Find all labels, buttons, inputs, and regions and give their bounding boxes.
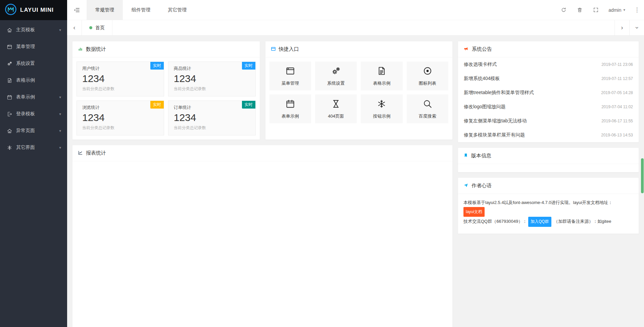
- module-tabs: 常规管理组件管理其它管理: [87, 0, 195, 20]
- tab-scroll-left-button[interactable]: ‹: [67, 20, 82, 35]
- scrollbar-thumb[interactable]: [641, 158, 644, 193]
- scrollbar-track[interactable]: [641, 0, 644, 327]
- stat-value: 1234: [174, 73, 250, 84]
- sidebar-item-label: 其它界面: [16, 145, 59, 151]
- sidebar-item-menu[interactable]: 菜单管理: [0, 38, 67, 55]
- megaphone-icon: [463, 46, 469, 52]
- chevron-down-icon: ▾: [59, 28, 61, 32]
- gears-icon: [7, 61, 16, 67]
- announcement-text: 修复左侧菜单缩放tab无法移动: [464, 118, 527, 124]
- stat-subtitle: 当前分类总记录数: [174, 86, 250, 92]
- target-icon: [423, 66, 433, 77]
- announcement-row: 修改选项卡样式2019-07-11 23:06: [458, 57, 639, 72]
- app-root: LAYUI MINI 主页模板▾菜单管理系统设置表格示例表单示例▾登录模板▾异常…: [0, 0, 644, 327]
- quick-entry-label: 图标列表: [419, 80, 436, 86]
- quick-entry-file[interactable]: 表格示例: [361, 62, 402, 90]
- login-icon: [7, 111, 16, 117]
- chevron-down-icon: ▾: [59, 129, 61, 133]
- announcement-date: 2019-07-04 11:02: [601, 105, 633, 109]
- quick-entry-window[interactable]: 菜单管理: [269, 62, 311, 90]
- announcement-date: 2019-06-13 14:53: [601, 133, 633, 137]
- quick-entry-calendar[interactable]: 表单示例: [269, 94, 311, 123]
- panel-title: 数据统计: [86, 46, 106, 52]
- sidebar-item-error[interactable]: 异常页面▾: [0, 122, 67, 139]
- quick-entry-target[interactable]: 图标列表: [407, 62, 448, 90]
- window-icon: [7, 44, 16, 50]
- quick-entry-snowflake[interactable]: 按钮示例: [361, 94, 402, 123]
- tab-home-label: 首页: [95, 25, 105, 31]
- announcement-row: 修复左侧菜单缩放tab无法移动2019-06-17 11:55: [458, 114, 639, 128]
- sidebar-item-label: 表格示例: [16, 77, 61, 83]
- collapse-menu-button[interactable]: [67, 0, 87, 20]
- sidebar-item-table[interactable]: 表格示例: [0, 72, 67, 89]
- quick-entry-label: 系统设置: [327, 80, 345, 86]
- chevron-down-icon: ▾: [59, 146, 61, 150]
- realtime-badge: 实时: [242, 101, 255, 109]
- sidebar-item-label: 菜单管理: [16, 44, 61, 50]
- quick-entry-label: 表格示例: [373, 80, 390, 86]
- announcement-row: 修复多模块菜单栏展开有问题2019-06-13 14:53: [458, 128, 639, 142]
- asterisk-icon: [7, 145, 16, 151]
- clear-cache-button[interactable]: [572, 0, 588, 20]
- chevron-down-icon: ▾: [59, 95, 61, 99]
- bar-chart-icon: [78, 46, 83, 52]
- sidebar-item-label: 登录模板: [16, 111, 59, 117]
- version-panel-header: 版本信息: [458, 148, 639, 164]
- sidebar-item-login[interactable]: 登录模板▾: [0, 106, 67, 122]
- quick-entry-panel: 快捷入口 菜单管理系统设置表格示例图标列表表单示例404页面按钮示例百度搜索: [265, 41, 453, 140]
- sidebar-item-settings[interactable]: 系统设置: [0, 55, 67, 72]
- announcement-date: 2019-06-17 11:55: [601, 119, 633, 123]
- stats-panel: 数据统计 用户统计1234当前分类总记录数实时商品统计1234当前分类总记录数实…: [72, 41, 260, 140]
- quick-entry-gears[interactable]: 系统设置: [315, 62, 357, 90]
- sidebar-item-home[interactable]: 主页模板▾: [0, 22, 67, 38]
- logo[interactable]: LAYUI MINI: [0, 0, 67, 20]
- search-icon: [423, 99, 433, 110]
- module-tab-2[interactable]: 其它管理: [159, 0, 195, 20]
- version-table-wrap: [458, 164, 639, 172]
- quick-entry-search[interactable]: 百度搜索: [407, 94, 448, 123]
- author-note: 本模板基于layui2.5.4以及font-awesome-4.7.0进行实现。…: [458, 194, 639, 234]
- quick-entry-label: 按钮示例: [373, 113, 390, 119]
- tab-home[interactable]: 首页: [82, 20, 112, 35]
- logo-icon: [5, 3, 17, 17]
- quick-entry-hourglass[interactable]: 404页面: [315, 94, 357, 123]
- module-tab-1[interactable]: 组件管理: [123, 0, 159, 20]
- author-panel: 作者心语 本模板基于layui2.5.4以及font-awesome-4.7.0…: [458, 177, 639, 234]
- module-tab-0[interactable]: 常规管理: [87, 0, 123, 20]
- sidebar-menu: 主页模板▾菜单管理系统设置表格示例表单示例▾登录模板▾异常页面▾其它界面▾: [0, 20, 67, 156]
- user-menu[interactable]: admin ▾: [604, 0, 630, 20]
- announcement-text: 修改logo图缩放问题: [464, 104, 505, 110]
- announcement-date: 2019-07-05 14:28: [601, 90, 633, 95]
- refresh-button[interactable]: [555, 0, 572, 20]
- stat-subtitle: 当前分类总记录数: [82, 125, 158, 131]
- sidebar-item-other[interactable]: 其它界面▾: [0, 139, 67, 156]
- gears-icon: [331, 66, 341, 77]
- fullscreen-button[interactable]: [588, 0, 604, 20]
- stat-card: 用户统计1234当前分类总记录数实时: [77, 62, 164, 96]
- quick-entry-label: 404页面: [328, 113, 344, 119]
- tab-active-dot: [89, 26, 92, 29]
- quick-entry-label: 菜单管理: [282, 80, 299, 86]
- announcement-row: 新增系统404模板2019-07-11 12:57: [458, 72, 639, 86]
- panel-title: 版本信息: [471, 153, 491, 159]
- realtime-badge: 实时: [150, 101, 164, 109]
- bookmark-icon: [463, 153, 468, 159]
- announcement-row: 修改logo图缩放问题2019-07-04 11:02: [458, 100, 639, 114]
- calendar-icon: [285, 99, 295, 110]
- sidebar-item-form[interactable]: 表单示例▾: [0, 89, 67, 106]
- report-panel-body: [72, 161, 452, 327]
- author-panel-header: 作者心语: [458, 178, 639, 194]
- panel-title: 作者心语: [472, 182, 492, 189]
- stat-card: 浏览统计1234当前分类总记录数实时: [77, 100, 164, 135]
- stat-value: 1234: [82, 112, 158, 123]
- layui-doc-badge[interactable]: layui文档: [463, 207, 485, 217]
- stat-subtitle: 当前分类总记录数: [82, 86, 158, 92]
- calendar-icon: [7, 94, 16, 100]
- stat-title: 浏览统计: [82, 105, 158, 111]
- notice-panel: 系统公告 修改选项卡样式2019-07-11 23:06新增系统404模板201…: [458, 41, 639, 142]
- quick-entry-label: 百度搜索: [419, 113, 436, 119]
- qq-group-badge[interactable]: 加入QQ群: [528, 217, 551, 227]
- quick-entry-grid: 菜单管理系统设置表格示例图标列表表单示例404页面按钮示例百度搜索: [265, 57, 453, 127]
- file-icon: [7, 78, 16, 83]
- tab-scroll-right-button[interactable]: ›: [614, 20, 629, 35]
